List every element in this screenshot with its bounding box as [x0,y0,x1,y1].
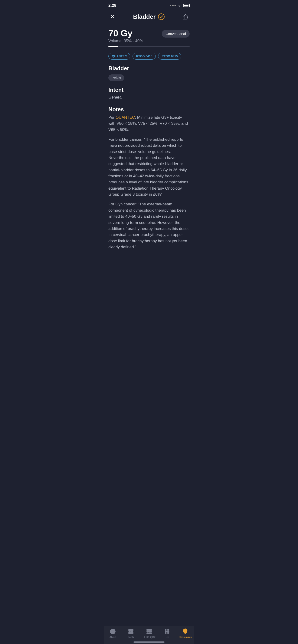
organ-name: Bladder [108,65,190,72]
protocol-tag-rtog0815[interactable]: RTOG 0815 [158,53,181,60]
verified-icon [158,13,165,20]
fractionation-badge[interactable]: Conventional [162,30,190,38]
progress-bar [108,46,190,47]
status-time: 2:28 [108,3,116,8]
signal-icon [170,5,176,6]
protocol-tag-rtog0415[interactable]: RTOG 0415 [133,53,156,60]
status-icons [170,4,190,7]
volume-text: Volume: 35% - 40% [108,39,143,43]
intent-heading: Intent [108,87,190,93]
like-button[interactable] [181,12,190,21]
header: ✕ Bladder [104,10,194,24]
progress-bar-container [108,46,190,47]
page-title: Bladder [133,13,156,20]
quantec-link[interactable]: QUANTEC [116,115,135,120]
dose-info: 70 Gy Volume: 35% - 40% [108,29,143,43]
battery-icon [183,4,190,7]
protocol-tag-quantec[interactable]: QUANTEC [108,53,130,60]
notes-section: Notes Per QUANTEC: Minimize late G3+ tox… [108,106,190,250]
close-icon: ✕ [111,14,115,20]
notes-paragraph-1: Per QUANTEC: Minimize late G3+ toxicity … [108,114,190,133]
header-divider [104,24,194,24]
thumbsup-icon [182,14,189,20]
notes-paragraph-3: For Gyn cancer: "The external-beam compo… [108,201,190,250]
region-tag[interactable]: Pelvis [108,74,124,81]
svg-point-0 [158,14,164,20]
dose-section: 70 Gy Volume: 35% - 40% Conventional [108,29,190,43]
notes-heading: Notes [108,106,190,113]
progress-fill [108,46,118,47]
notes-paragraph-2: For bladder cancer, "The published repor… [108,136,190,198]
intent-value: General [108,95,190,100]
intent-section: Intent General [108,87,190,100]
close-button[interactable]: ✕ [108,12,117,21]
dose-value: 70 Gy [108,29,143,38]
wifi-icon [178,4,182,7]
protocol-tags: QUANTEC RTOG 0415 RTOG 0815 [108,53,190,60]
status-bar: 2:28 [104,0,194,10]
header-title-group: Bladder [133,13,165,20]
notes-body: Per QUANTEC: Minimize late G3+ toxicity … [108,114,190,250]
main-content: 70 Gy Volume: 35% - 40% Conventional QUA… [104,29,194,278]
